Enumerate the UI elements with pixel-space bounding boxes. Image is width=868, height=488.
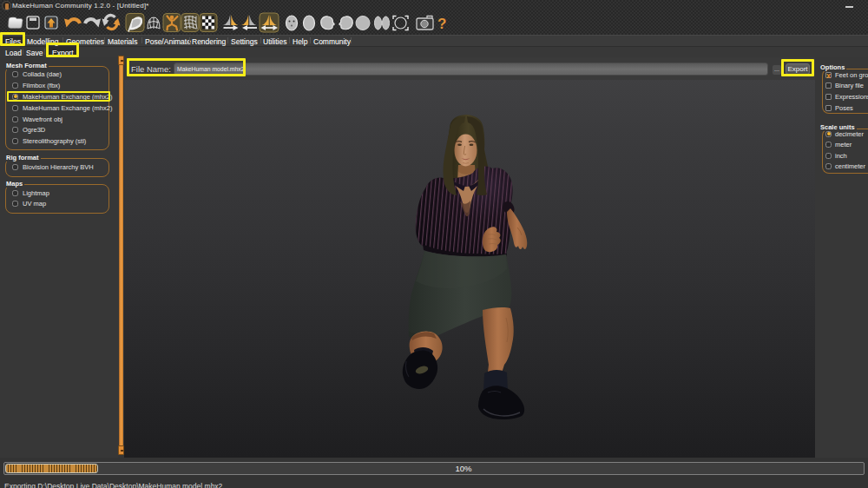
svg-text:?: ? — [437, 16, 446, 32]
